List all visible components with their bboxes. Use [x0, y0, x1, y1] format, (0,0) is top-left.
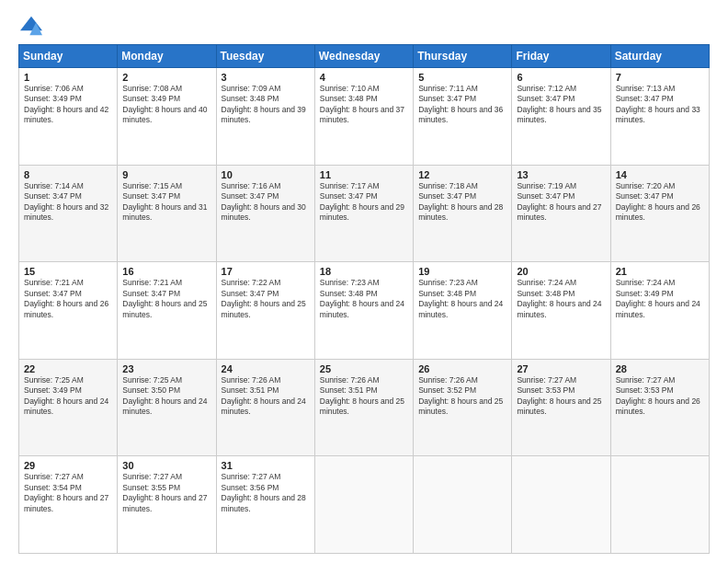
cell-content: Sunrise: 7:26 AMSunset: 3:51 PMDaylight:… — [222, 375, 310, 418]
day-number: 5 — [418, 72, 506, 83]
calendar-cell: 5Sunrise: 7:11 AMSunset: 3:47 PMDaylight… — [414, 68, 512, 166]
cell-content: Sunrise: 7:21 AMSunset: 3:47 PMDaylight:… — [24, 278, 112, 320]
cell-content: Sunrise: 7:21 AMSunset: 3:47 PMDaylight:… — [122, 278, 210, 320]
calendar-cell: 8Sunrise: 7:14 AMSunset: 3:47 PMDaylight… — [19, 165, 118, 262]
calendar-cell: 23Sunrise: 7:25 AMSunset: 3:50 PMDayligh… — [118, 359, 216, 456]
cell-content: Sunrise: 7:23 AMSunset: 3:48 PMDaylight:… — [418, 278, 506, 320]
cell-content: Sunrise: 7:18 AMSunset: 3:47 PMDaylight:… — [418, 181, 506, 224]
cell-content: Sunrise: 7:25 AMSunset: 3:49 PMDaylight:… — [24, 375, 112, 418]
calendar-cell — [314, 456, 413, 554]
day-header-thursday: Thursday — [414, 45, 512, 68]
day-number: 21 — [616, 266, 704, 277]
calendar-cell: 21Sunrise: 7:24 AMSunset: 3:49 PMDayligh… — [610, 262, 709, 360]
day-number: 3 — [222, 72, 310, 83]
day-number: 11 — [320, 169, 408, 180]
calendar-cell: 25Sunrise: 7:26 AMSunset: 3:51 PMDayligh… — [314, 359, 413, 456]
day-header-saturday: Saturday — [610, 45, 709, 68]
day-header-friday: Friday — [512, 45, 610, 68]
day-number: 20 — [517, 266, 605, 277]
cell-content: Sunrise: 7:11 AMSunset: 3:47 PMDaylight:… — [418, 84, 506, 126]
calendar-cell: 12Sunrise: 7:18 AMSunset: 3:47 PMDayligh… — [414, 165, 512, 262]
logo-icon — [18, 15, 44, 37]
cell-content: Sunrise: 7:09 AMSunset: 3:48 PMDaylight:… — [222, 84, 310, 126]
cell-content: Sunrise: 7:14 AMSunset: 3:47 PMDaylight:… — [24, 181, 112, 224]
cell-content: Sunrise: 7:23 AMSunset: 3:48 PMDaylight:… — [320, 278, 408, 320]
day-number: 26 — [418, 363, 506, 374]
page: SundayMondayTuesdayWednesdayThursdayFrid… — [0, 0, 728, 563]
day-number: 25 — [320, 363, 408, 374]
calendar-cell — [610, 456, 709, 554]
cell-content: Sunrise: 7:20 AMSunset: 3:47 PMDaylight:… — [616, 181, 704, 224]
cell-content: Sunrise: 7:12 AMSunset: 3:47 PMDaylight:… — [517, 84, 605, 126]
calendar-cell — [512, 456, 610, 554]
day-number: 9 — [122, 169, 210, 180]
day-number: 23 — [122, 363, 210, 374]
cell-content: Sunrise: 7:10 AMSunset: 3:48 PMDaylight:… — [320, 84, 408, 126]
calendar-cell: 4Sunrise: 7:10 AMSunset: 3:48 PMDaylight… — [314, 68, 413, 166]
calendar-cell: 29Sunrise: 7:27 AMSunset: 3:54 PMDayligh… — [19, 456, 118, 554]
cell-content: Sunrise: 7:27 AMSunset: 3:54 PMDaylight:… — [24, 472, 112, 514]
calendar-cell: 1Sunrise: 7:06 AMSunset: 3:49 PMDaylight… — [19, 68, 118, 166]
logo — [18, 15, 48, 37]
calendar-cell: 18Sunrise: 7:23 AMSunset: 3:48 PMDayligh… — [314, 262, 413, 360]
calendar-cell: 27Sunrise: 7:27 AMSunset: 3:53 PMDayligh… — [512, 359, 610, 456]
cell-content: Sunrise: 7:27 AMSunset: 3:56 PMDaylight:… — [222, 472, 310, 514]
calendar-cell: 3Sunrise: 7:09 AMSunset: 3:48 PMDaylight… — [216, 68, 314, 166]
day-header-tuesday: Tuesday — [216, 45, 314, 68]
cell-content: Sunrise: 7:27 AMSunset: 3:55 PMDaylight:… — [122, 472, 210, 514]
cell-content: Sunrise: 7:26 AMSunset: 3:52 PMDaylight:… — [418, 375, 506, 418]
week-row-3: 15Sunrise: 7:21 AMSunset: 3:47 PMDayligh… — [19, 262, 710, 360]
day-header-monday: Monday — [118, 45, 216, 68]
cell-content: Sunrise: 7:16 AMSunset: 3:47 PMDaylight:… — [222, 181, 310, 224]
day-number: 2 — [122, 72, 210, 83]
cell-content: Sunrise: 7:08 AMSunset: 3:49 PMDaylight:… — [122, 84, 210, 126]
calendar-cell: 14Sunrise: 7:20 AMSunset: 3:47 PMDayligh… — [610, 165, 709, 262]
day-number: 6 — [517, 72, 605, 83]
day-number: 1 — [24, 72, 112, 83]
cell-content: Sunrise: 7:19 AMSunset: 3:47 PMDaylight:… — [517, 181, 605, 224]
calendar-cell: 26Sunrise: 7:26 AMSunset: 3:52 PMDayligh… — [414, 359, 512, 456]
day-number: 7 — [616, 72, 704, 83]
calendar-cell: 11Sunrise: 7:17 AMSunset: 3:47 PMDayligh… — [314, 165, 413, 262]
day-number: 17 — [222, 266, 310, 277]
cell-content: Sunrise: 7:25 AMSunset: 3:50 PMDaylight:… — [122, 375, 210, 418]
calendar-cell: 13Sunrise: 7:19 AMSunset: 3:47 PMDayligh… — [512, 165, 610, 262]
calendar-cell: 16Sunrise: 7:21 AMSunset: 3:47 PMDayligh… — [118, 262, 216, 360]
day-number: 15 — [24, 266, 112, 277]
cell-content: Sunrise: 7:22 AMSunset: 3:47 PMDaylight:… — [222, 278, 310, 320]
calendar-cell: 24Sunrise: 7:26 AMSunset: 3:51 PMDayligh… — [216, 359, 314, 456]
week-row-2: 8Sunrise: 7:14 AMSunset: 3:47 PMDaylight… — [19, 165, 710, 262]
calendar-cell — [414, 456, 512, 554]
day-number: 24 — [222, 363, 310, 374]
calendar-cell: 30Sunrise: 7:27 AMSunset: 3:55 PMDayligh… — [118, 456, 216, 554]
cell-content: Sunrise: 7:27 AMSunset: 3:53 PMDaylight:… — [517, 375, 605, 418]
header — [18, 15, 710, 37]
calendar-header-row: SundayMondayTuesdayWednesdayThursdayFrid… — [19, 45, 710, 68]
calendar-table: SundayMondayTuesdayWednesdayThursdayFrid… — [18, 44, 710, 554]
day-number: 10 — [222, 169, 310, 180]
week-row-1: 1Sunrise: 7:06 AMSunset: 3:49 PMDaylight… — [19, 68, 710, 166]
day-number: 14 — [616, 169, 704, 180]
cell-content: Sunrise: 7:17 AMSunset: 3:47 PMDaylight:… — [320, 181, 408, 224]
calendar-cell: 6Sunrise: 7:12 AMSunset: 3:47 PMDaylight… — [512, 68, 610, 166]
calendar-cell: 2Sunrise: 7:08 AMSunset: 3:49 PMDaylight… — [118, 68, 216, 166]
calendar-cell: 31Sunrise: 7:27 AMSunset: 3:56 PMDayligh… — [216, 456, 314, 554]
day-number: 8 — [24, 169, 112, 180]
week-row-4: 22Sunrise: 7:25 AMSunset: 3:49 PMDayligh… — [19, 359, 710, 456]
calendar-cell: 20Sunrise: 7:24 AMSunset: 3:48 PMDayligh… — [512, 262, 610, 360]
calendar-cell: 28Sunrise: 7:27 AMSunset: 3:53 PMDayligh… — [610, 359, 709, 456]
day-header-wednesday: Wednesday — [314, 45, 413, 68]
calendar-cell: 9Sunrise: 7:15 AMSunset: 3:47 PMDaylight… — [118, 165, 216, 262]
day-number: 29 — [24, 460, 112, 471]
day-number: 28 — [616, 363, 704, 374]
day-number: 22 — [24, 363, 112, 374]
calendar-cell: 19Sunrise: 7:23 AMSunset: 3:48 PMDayligh… — [414, 262, 512, 360]
week-row-5: 29Sunrise: 7:27 AMSunset: 3:54 PMDayligh… — [19, 456, 710, 554]
day-number: 19 — [418, 266, 506, 277]
calendar-cell: 22Sunrise: 7:25 AMSunset: 3:49 PMDayligh… — [19, 359, 118, 456]
svg-marker-0 — [20, 17, 42, 30]
calendar-body: 1Sunrise: 7:06 AMSunset: 3:49 PMDaylight… — [19, 68, 710, 554]
day-header-sunday: Sunday — [19, 45, 118, 68]
day-number: 16 — [122, 266, 210, 277]
day-number: 27 — [517, 363, 605, 374]
